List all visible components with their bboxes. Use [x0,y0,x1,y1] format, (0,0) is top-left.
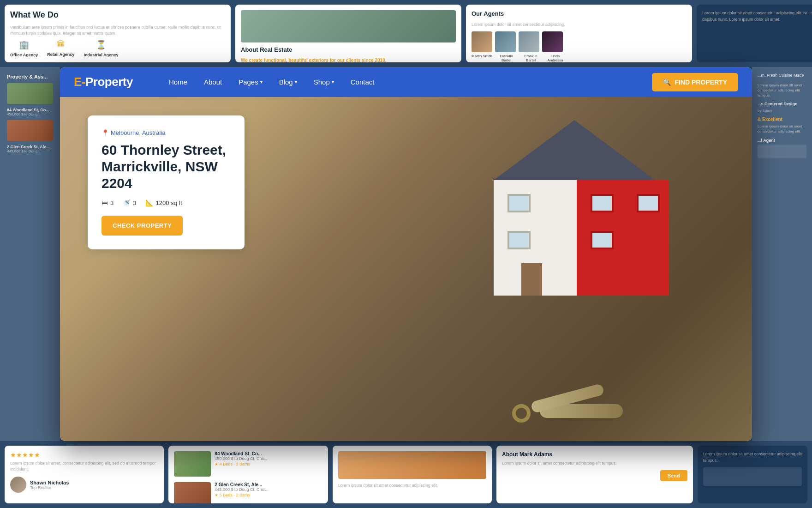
reviewer-info: Shawn Nicholas Top Realtor [10,477,158,493]
brand-logo: E-Property [74,75,133,89]
area-icon: 📐 [145,199,153,206]
nav-links: Home About Pages ▾ Blog ▾ Shop ▾ Contact [161,67,652,97]
front-door [521,263,542,296]
top-tile-dark: Lorem ipsum dolor sit amet consectetur a… [697,5,812,62]
property-address: 60 Thornley Street, Marrickville, NSW 22… [102,142,231,192]
side-prop-price-2: 445,000 $ to Doug... [7,149,53,153]
misc-tile: Lorem ipsum dolor sit amet consectetur a… [333,446,492,503]
property-item-1: 84 Woodland St, Co... 450,000 $ to Doug … [174,451,322,477]
check-property-button[interactable]: CHECK PROPERTY [102,216,183,236]
send-button[interactable]: Send [660,470,687,481]
agent-avatar-2 [495,31,516,52]
reviewer-avatar [10,477,26,493]
side-right-content: ...m, Fresh Cuisine Made Lorem ipsum dol… [752,67,812,164]
area-size: 1200 sq ft [155,200,182,206]
misc-image [338,451,486,479]
side-tile-right: ...m, Fresh Cuisine Made Lorem ipsum dol… [752,67,812,441]
side-prop-img-2 [7,120,53,141]
side-right-text-3: by Sparx [758,108,806,113]
side-right-excellent: & Excellent [758,117,806,122]
what-we-do-subtext: Lorem ipsum dolor sit amet... [10,62,225,62]
nav-home[interactable]: Home [161,67,196,97]
nav-pages[interactable]: Pages ▾ [230,67,271,97]
agent-name-4: Linda Andressa [545,54,566,62]
property-item-2: 2 Glen Creek St, Ale... 445,000 $ to Dou… [174,482,322,503]
prop-title-2: 2 Glen Creek St, Ale... [215,482,322,487]
top-tile-what-we-do: What We Do Vestibulum ante ipsum primis … [5,5,231,62]
property-features: 🛏 3 🚿 3 📐 1200 sq ft [102,199,231,206]
agents-title: Our Agents [472,10,687,17]
industrial-icon: ⏳ [84,40,118,50]
side-prop-img-1 [7,83,53,104]
prop-info-1: 84 Woodland St, Co... 450,000 $ to Doug … [215,451,322,466]
office-agency-item: 🏢 Office Agency [10,40,38,58]
office-label: Office Agency [10,53,38,57]
about-agent-tile: About Mark Adams Lorem ipsum dolor sit a… [496,446,693,503]
brand-name: Property [85,75,133,89]
about-re-subtitle: We create functional, beautiful exterior… [241,58,456,62]
agents-list [472,31,687,52]
retail-icon: 🏛 [47,40,74,49]
beds-feature: 🛏 3 [102,199,113,206]
house-right-wall [577,180,669,296]
address-line2: Marrickville, NSW [102,159,218,174]
house-roof [494,120,655,180]
nav-contact[interactable]: Contact [342,67,383,97]
prop-img-1 [174,451,211,477]
side-right-box [758,145,806,158]
bed-icon: 🛏 [102,199,108,206]
beds-count: 3 [110,200,113,206]
address-line1: 60 Thornley Street, [102,142,226,157]
dark-tile-text: Lorem ipsum dolor sit amet consectetur a… [702,10,812,23]
prop-info-2: 2 Glen Creek St, Ale... 445,000 $ to Dou… [215,482,322,497]
nav-shop[interactable]: Shop ▾ [305,67,342,97]
nav-about[interactable]: About [196,67,230,97]
location-text: Melbourne, Australia [111,129,166,136]
side-right-text-1: ...m, Fresh Cuisine Made [758,73,806,79]
dark-bottom-text: Lorem ipsum dolor sit amet consectetur a… [703,451,802,464]
agency-icons: 🏢 Office Agency 🏛 Retail Agency ⏳ Indust… [10,40,225,58]
shop-arrow: ▾ [332,79,334,85]
agents-intro: Lorem ipsum dolor sit amet consectetur a… [472,22,687,28]
find-property-label: FIND PROPERTY [675,79,727,86]
top-tile-our-agents: Our Agents Lorem ipsum dolor sit amet co… [466,5,692,62]
nav-blog[interactable]: Blog ▾ [271,67,305,97]
property-listings-tile: 84 Woodland St, Co... 450,000 $ to Doug … [168,446,328,503]
reviewer-details: Shawn Nicholas Top Realtor [30,480,69,490]
reviewer-role: Top Realtor [30,485,69,490]
area-feature: 📐 1200 sq ft [145,199,182,206]
side-right-text-2: Lorem ipsum dolor sit amet consectetur a… [758,83,806,98]
brand-letter-e: E- [74,75,85,89]
hero-section: 📍 Melbourne, Australia 60 Thornley Stree… [60,97,752,441]
prop-features-1: ★ 4 Beds · 3 Baths [215,462,322,466]
bottom-tiles: ★★★★★ Lorem ipsum dolor sit amet, consec… [0,441,812,508]
review-stars: ★★★★★ [10,451,158,459]
prop-price-1: 450,000 $ to Doug Ct, Chic... [215,456,322,461]
blog-arrow: ▾ [295,79,297,85]
window-left-bottom [508,231,531,249]
agent-avatar-4 [542,31,563,52]
find-property-button[interactable]: 🔍 FIND PROPERTY [652,73,738,91]
baths-feature: 🚿 3 [123,199,136,206]
property-card: 📍 Melbourne, Australia 60 Thornley Stree… [88,115,245,249]
side-prop-price-1: 450,000 $ to Doug... [7,112,53,116]
side-right-agent: ...l Agent [758,138,806,143]
pages-arrow: ▾ [260,79,263,85]
side-left-content: Property & Ass... 84 Woodland St, Co... … [0,67,60,160]
misc-text: Lorem ipsum dolor sit amet consectetur a… [338,483,486,489]
industrial-label: Industrial Agency [84,53,118,57]
search-icon: 🔍 [663,79,671,86]
address-line3: 2204 [102,175,132,191]
location-badge: 📍 Melbourne, Australia [102,129,231,136]
dark-bottom-tile: Lorem ipsum dolor sit amet consectetur a… [698,446,807,503]
window-right-top [591,194,614,212]
window-right-bottom [591,231,614,249]
nav-blog-dropdown: Blog ▾ [279,78,297,86]
main-modal: E-Property Home About Pages ▾ Blog ▾ Sho… [60,67,752,441]
prop-price-2: 445,000 $ to Doug Ct, Chic... [215,487,322,492]
navbar: E-Property Home About Pages ▾ Blog ▾ Sho… [60,67,752,97]
about-agent-title: About Mark Adams [502,451,687,458]
dark-bottom-box [703,467,802,486]
nav-shop-dropdown: Shop ▾ [314,78,334,86]
retail-agency-item: 🏛 Retail Agency [47,40,74,58]
